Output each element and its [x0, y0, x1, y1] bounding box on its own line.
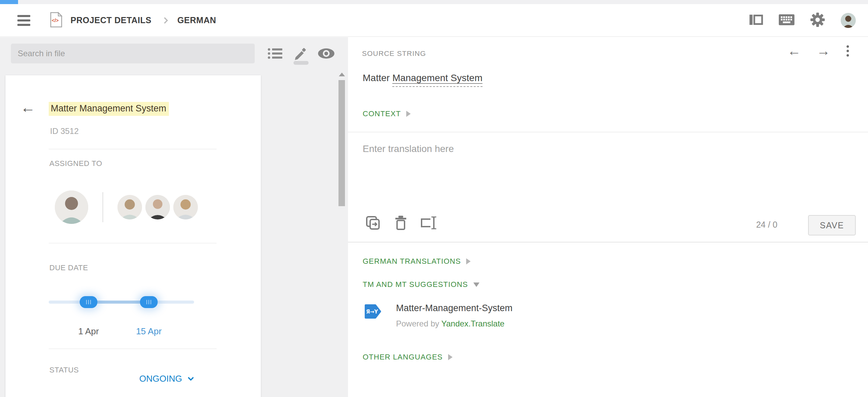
- chevron-down-icon: [188, 375, 194, 381]
- editor-panel: SOURCE STRING ← → Matter Management Syst…: [348, 37, 868, 397]
- assignee-avatar-2[interactable]: [117, 195, 142, 219]
- yandex-translate-icon: Я→Y: [364, 303, 381, 329]
- translation-toolbar: [364, 214, 439, 231]
- back-arrow-icon[interactable]: ←: [20, 100, 35, 115]
- char-counter: 24 / 0: [756, 220, 777, 230]
- main: ← Matter Management System ID 3512 ASSIG…: [0, 37, 868, 397]
- string-details-card: ← Matter Management System ID 3512 ASSIG…: [5, 75, 261, 397]
- triangle-down-icon: [473, 283, 479, 287]
- due-date-label: DUE DATE: [49, 263, 88, 272]
- yandex-badge-text: Я→Y: [366, 309, 378, 315]
- source-string-text: Matter Management System: [363, 73, 483, 83]
- breadcrumb-file[interactable]: GERMAN: [177, 15, 216, 25]
- breadcrumb-chevron-icon: [161, 17, 168, 24]
- header: </> PROJECT DETAILS GERMAN: [0, 4, 868, 37]
- string-id: ID 3512: [50, 126, 79, 136]
- triangle-right-icon: [406, 111, 411, 117]
- source-string-label: SOURCE STRING: [362, 49, 426, 58]
- tm-mt-suggestions-toggle[interactable]: TM AND MT SUGGESTIONS: [363, 280, 479, 289]
- active-tool-indicator: [294, 61, 309, 65]
- more-options-kebab-icon[interactable]: [843, 43, 852, 59]
- due-date-start: 1 Apr: [78, 326, 99, 337]
- assignee-avatar-primary[interactable]: [55, 190, 88, 224]
- other-languages-label: OTHER LANGUAGES: [363, 353, 443, 362]
- previous-string-arrow-icon[interactable]: ←: [785, 43, 804, 59]
- copy-source-icon[interactable]: [364, 214, 381, 231]
- edit-pencil-icon[interactable]: [291, 42, 310, 65]
- assignee-avatars: [55, 190, 201, 224]
- clear-translation-trash-icon[interactable]: [394, 214, 408, 231]
- due-date-range-slider: 1 Apr 15 Apr: [49, 293, 194, 310]
- svg-text:</>: </>: [52, 18, 59, 23]
- header-actions: [749, 12, 856, 29]
- source-text-glossary-term[interactable]: Management System: [392, 73, 483, 87]
- due-date-end[interactable]: 15 Apr: [136, 326, 161, 337]
- left-panel: ← Matter Management System ID 3512 ASSIG…: [0, 37, 348, 397]
- scrollbar-up-arrow[interactable]: [339, 73, 345, 76]
- slider-handle-end[interactable]: [140, 296, 158, 308]
- status-dropdown[interactable]: ONGOING: [139, 373, 192, 384]
- string-title-highlighted: Matter Management System: [49, 102, 169, 116]
- save-button[interactable]: SAVE: [808, 215, 856, 235]
- context-section-toggle[interactable]: CONTEXT: [363, 109, 411, 118]
- slider-handle-start[interactable]: [80, 296, 97, 308]
- scrollbar-thumb[interactable]: [338, 80, 345, 206]
- left-panel-toolbar: [262, 44, 339, 63]
- settings-gear-icon[interactable]: [810, 12, 825, 29]
- string-navigation: ← →: [785, 43, 852, 59]
- divider: [49, 349, 217, 349]
- string-list-icon[interactable]: [266, 42, 285, 65]
- divider: [49, 243, 217, 243]
- side-panel-toggle-icon[interactable]: [749, 14, 763, 27]
- file-code-icon: </>: [49, 12, 63, 29]
- select-text-cursor-icon[interactable]: [420, 215, 439, 231]
- powered-by-label: Powered by: [396, 319, 439, 328]
- context-label: CONTEXT: [363, 109, 401, 118]
- user-avatar[interactable]: [841, 13, 856, 28]
- loading-bar: [0, 0, 18, 4]
- translation-input[interactable]: [357, 138, 851, 206]
- german-translations-label: GERMAN TRANSLATIONS: [363, 257, 461, 266]
- provider-link[interactable]: Yandex.Translate: [441, 319, 504, 328]
- german-translations-toggle[interactable]: GERMAN TRANSLATIONS: [363, 257, 471, 266]
- mt-suggestion-item[interactable]: Я→Y Matter-Management-System Powered by …: [364, 303, 512, 329]
- hamburger-menu-icon[interactable]: [17, 15, 30, 26]
- search-input[interactable]: [11, 44, 255, 63]
- tm-mt-suggestions-label: TM AND MT SUGGESTIONS: [363, 280, 468, 289]
- triangle-right-icon: [448, 354, 453, 360]
- divider: [49, 149, 217, 149]
- avatar-divider: [102, 192, 103, 222]
- suggestion-text[interactable]: Matter-Management-System: [396, 303, 512, 314]
- preview-eye-icon[interactable]: [317, 42, 336, 65]
- status-value: ONGOING: [139, 373, 182, 384]
- keyboard-shortcuts-icon[interactable]: [779, 14, 794, 27]
- next-string-arrow-icon[interactable]: →: [814, 43, 833, 59]
- status-label: STATUS: [49, 366, 79, 375]
- assignee-avatar-3[interactable]: [145, 195, 170, 219]
- source-text-plain: Matter: [363, 73, 392, 83]
- assigned-to-label: ASSIGNED TO: [49, 159, 102, 168]
- other-languages-toggle[interactable]: OTHER LANGUAGES: [363, 353, 453, 362]
- triangle-right-icon: [466, 258, 471, 264]
- assignee-avatar-4[interactable]: [173, 195, 198, 219]
- divider: [348, 132, 868, 132]
- divider: [348, 242, 868, 242]
- breadcrumb-project[interactable]: PROJECT DETAILS: [70, 15, 152, 25]
- top-strip: [0, 0, 868, 4]
